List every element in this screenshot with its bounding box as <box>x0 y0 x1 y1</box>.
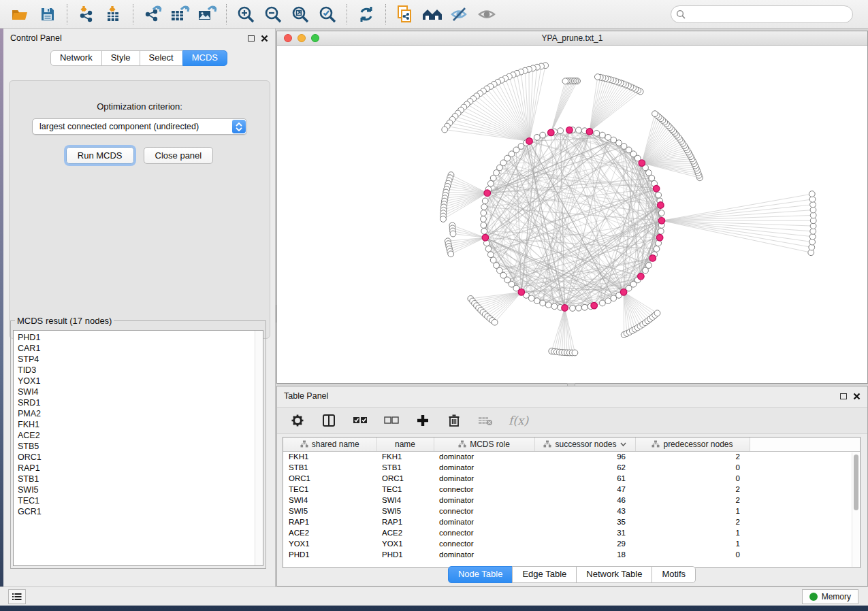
table-row[interactable]: FKH1FKH1dominator962 <box>283 451 860 462</box>
mcds-result-item[interactable]: GCR1 <box>18 506 263 517</box>
table-cell[interactable]: YOX1 <box>283 538 376 549</box>
table-cell[interactable]: TEC1 <box>376 484 434 495</box>
float-panel-icon[interactable] <box>248 35 255 42</box>
new-network-from-selection-button[interactable] <box>391 3 419 26</box>
column-header-name[interactable]: name <box>376 437 434 451</box>
export-table-button[interactable] <box>166 3 193 26</box>
table-cell[interactable]: 47 <box>534 484 635 495</box>
table-row[interactable]: PHD1PHD1dominator180 <box>283 549 860 560</box>
network-window-titlebar[interactable]: YPA_prune.txt_1 <box>277 31 867 46</box>
deselect-all-button[interactable] <box>383 412 400 429</box>
zoom-in-button[interactable] <box>232 3 259 26</box>
table-cell[interactable]: STB1 <box>283 462 376 473</box>
close-panel-button[interactable]: Close panel <box>144 147 214 164</box>
table-cell[interactable]: 46 <box>534 495 635 506</box>
zoom-selected-button[interactable] <box>314 3 341 26</box>
show-all-button[interactable] <box>473 3 500 26</box>
table-row[interactable]: SWI4SWI4dominator462 <box>283 495 860 506</box>
table-cell[interactable]: 2 <box>635 516 750 527</box>
table-row[interactable]: ORC1ORC1dominator610 <box>283 473 860 484</box>
tab-select[interactable]: Select <box>140 50 183 66</box>
table-cell[interactable]: dominator <box>434 473 534 484</box>
table-cell[interactable]: SWI4 <box>283 495 376 506</box>
import-table-button[interactable] <box>100 3 127 26</box>
table-cell[interactable]: ACE2 <box>376 527 434 538</box>
table-cell[interactable]: 29 <box>534 538 635 549</box>
table-cell[interactable]: SWI5 <box>376 506 434 516</box>
table-cell[interactable]: connector <box>434 527 534 538</box>
table-cell[interactable]: connector <box>434 506 534 516</box>
table-cell[interactable]: STB1 <box>376 462 434 473</box>
mcds-result-item[interactable]: SWI4 <box>18 386 263 397</box>
tab-network-table[interactable]: Network Table <box>576 566 652 583</box>
mcds-result-item[interactable]: STP4 <box>18 354 263 365</box>
table-cell[interactable]: PHD1 <box>283 549 376 560</box>
table-row[interactable]: TEC1TEC1connector472 <box>283 484 860 495</box>
mcds-result-item[interactable]: PHD1 <box>18 332 263 343</box>
mcds-result-item[interactable]: CAR1 <box>18 343 263 354</box>
add-column-button[interactable] <box>415 412 431 429</box>
open-session-button[interactable] <box>7 3 34 26</box>
table-cell[interactable]: PHD1 <box>376 549 434 560</box>
first-neighbors-button[interactable] <box>419 3 446 26</box>
tab-network[interactable]: Network <box>50 50 102 66</box>
table-cell[interactable]: ORC1 <box>283 473 376 484</box>
mcds-result-item[interactable]: ORC1 <box>18 452 263 463</box>
table-row[interactable]: SWI5SWI5connector431 <box>283 506 860 516</box>
table-cell[interactable]: FKH1 <box>283 451 376 462</box>
table-cell[interactable]: 1 <box>635 506 750 516</box>
table-scrollbar-thumb[interactable] <box>854 455 858 510</box>
table-cell[interactable]: dominator <box>434 495 534 506</box>
close-panel-icon[interactable] <box>853 393 861 400</box>
mcds-result-item[interactable]: YOX1 <box>18 376 263 386</box>
network-graph-canvas[interactable] <box>277 46 867 383</box>
table-cell[interactable]: 1 <box>635 538 750 549</box>
table-cell[interactable]: 2 <box>635 495 750 506</box>
run-mcds-button[interactable]: Run MCDS <box>66 147 134 164</box>
table-cell[interactable]: dominator <box>434 462 534 473</box>
mcds-result-item[interactable]: SWI5 <box>18 484 263 495</box>
table-cell[interactable]: dominator <box>434 451 534 462</box>
table-row[interactable]: YOX1YOX1connector291 <box>283 538 860 549</box>
close-panel-icon[interactable] <box>261 35 268 42</box>
table-cell[interactable]: 61 <box>534 473 635 484</box>
import-network-button[interactable] <box>73 3 100 26</box>
tab-style[interactable]: Style <box>101 50 140 66</box>
table-cell[interactable]: ACE2 <box>283 527 376 538</box>
table-cell[interactable]: 2 <box>635 451 750 462</box>
table-cell[interactable]: RAP1 <box>376 516 434 527</box>
mcds-result-item[interactable]: ACE2 <box>18 430 263 441</box>
table-cell[interactable]: 43 <box>534 506 635 516</box>
mcds-result-item[interactable]: SRD1 <box>18 397 263 408</box>
table-cell[interactable]: 2 <box>635 484 750 495</box>
memory-button[interactable]: Memory <box>802 589 858 604</box>
column-header-shared-name[interactable]: shared name <box>283 437 376 451</box>
table-row[interactable]: STB1STB1dominator620 <box>283 462 860 473</box>
mcds-result-item[interactable]: RAP1 <box>18 463 263 474</box>
mcds-result-item[interactable]: FKH1 <box>18 419 263 430</box>
table-cell[interactable]: 0 <box>635 462 750 473</box>
result-list-scrollbar[interactable] <box>255 331 263 565</box>
table-cell[interactable]: 96 <box>534 451 635 462</box>
table-cell[interactable]: 62 <box>534 462 635 473</box>
table-cell[interactable]: connector <box>434 484 534 495</box>
search-input[interactable] <box>671 5 853 23</box>
mcds-result-item[interactable]: STB5 <box>18 441 263 452</box>
table-settings-button[interactable] <box>289 412 306 429</box>
table-scrollbar[interactable] <box>852 452 859 567</box>
mcds-result-item[interactable]: TID3 <box>18 365 263 376</box>
table-cell[interactable]: SWI4 <box>376 495 434 506</box>
table-cell[interactable]: 35 <box>534 516 635 527</box>
hide-selected-button[interactable] <box>446 3 473 26</box>
table-cell[interactable]: 1 <box>635 527 750 538</box>
float-panel-icon[interactable] <box>840 393 847 399</box>
table-cell[interactable]: FKH1 <box>376 451 434 462</box>
table-cell[interactable]: YOX1 <box>376 538 434 549</box>
mcds-result-item[interactable]: STB1 <box>18 474 263 484</box>
save-session-button[interactable] <box>34 3 61 26</box>
zoom-fit-button[interactable] <box>287 3 314 26</box>
column-header-predecessor-nodes[interactable]: predecessor nodes <box>635 437 750 451</box>
table-cell[interactable]: RAP1 <box>283 516 376 527</box>
table-cell[interactable]: 0 <box>635 549 750 560</box>
show-columns-button[interactable] <box>321 412 337 429</box>
